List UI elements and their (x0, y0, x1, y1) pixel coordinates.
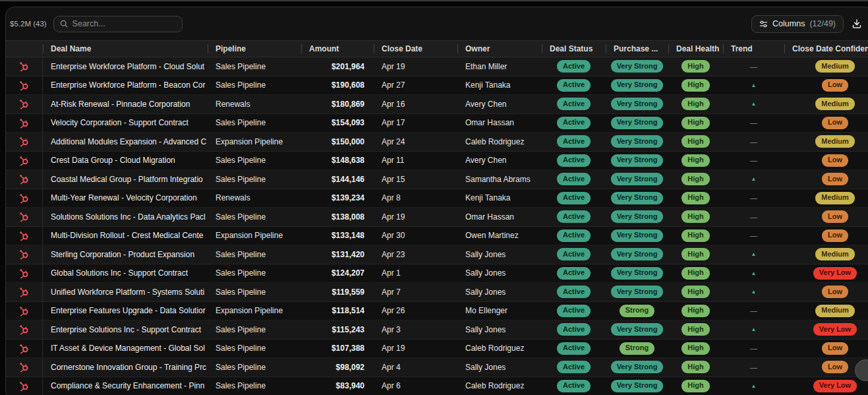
deal-name-cell[interactable]: Velocity Corporation - Support Contract (43, 114, 208, 133)
hubspot-sprocket-icon[interactable] (18, 268, 30, 279)
hubspot-sprocket-icon[interactable] (18, 324, 30, 335)
column-header-deal-name[interactable]: Deal Name (43, 41, 208, 57)
trend-cell: — (723, 302, 784, 320)
table-row[interactable]: IT Asset & Device Management - Global So… (6, 340, 868, 359)
deal-status-cell: Active (542, 302, 606, 320)
deal-name-cell[interactable]: Crest Data Group - Cloud Migration (43, 152, 208, 170)
trend-cell: ▲ (723, 245, 784, 264)
deal-name-cell[interactable]: Global Solutions Inc - Support Contract (43, 264, 208, 283)
deal-name-cell[interactable]: At-Risk Renewal - Pinnacle Corporation (43, 95, 208, 113)
deal-status-cell: Active (542, 358, 606, 377)
hubspot-record-cell (6, 189, 43, 208)
hubspot-sprocket-icon[interactable] (18, 117, 30, 129)
hubspot-sprocket-icon[interactable] (18, 211, 30, 222)
deal-name-cell[interactable]: Enterprise Features Upgrade - Data Solut… (43, 302, 208, 320)
close-date-cell: Apr 1 (374, 264, 457, 283)
search-text-field[interactable] (72, 19, 176, 28)
column-header-close-date[interactable]: Close Date (374, 41, 457, 57)
search-input[interactable] (53, 16, 183, 32)
hubspot-sprocket-icon[interactable] (18, 249, 30, 260)
trend-cell: — (723, 152, 784, 170)
deal-name-cell[interactable]: IT Asset & Device Management - Global So… (43, 340, 208, 358)
trend-cell: ▲ (723, 95, 784, 113)
hubspot-sprocket-icon[interactable] (18, 305, 30, 317)
hubspot-sprocket-icon[interactable] (18, 380, 30, 392)
hubspot-sprocket-icon[interactable] (18, 193, 30, 204)
table-row[interactable]: Global Solutions Inc - Support Contract … (6, 264, 868, 284)
table-row[interactable]: Coastal Medical Group - Platform Integra… (6, 170, 868, 189)
hubspot-sprocket-icon[interactable] (18, 230, 30, 241)
trend-icon: — (750, 213, 757, 221)
table-row[interactable]: Sterling Corporation - Product Expansion… (6, 245, 868, 264)
deal-status-cell: Active (542, 245, 606, 264)
deal-name-cell[interactable]: Cornerstone Innovation Group - Training … (43, 358, 208, 377)
deal-name-cell[interactable]: Sterling Corporation - Product Expansion (43, 245, 208, 264)
column-header-purchase[interactable]: Purchase ... (606, 41, 668, 57)
table-row[interactable]: Multi-Year Renewal - Velocity Corporatio… (6, 189, 868, 208)
table-row[interactable]: At-Risk Renewal - Pinnacle Corporation R… (6, 95, 868, 114)
close-date-cell: Apr 3 (374, 320, 457, 339)
table-row[interactable]: Additional Modules Expansion - Advanced … (6, 133, 868, 152)
deal-name-cell[interactable]: Enterprise Workforce Platform - Cloud So… (43, 57, 208, 76)
confidence-cell: Medium (784, 95, 868, 113)
deal-status-cell: Active (542, 340, 606, 358)
deal-name-cell[interactable]: Additional Modules Expansion - Advanced … (43, 133, 208, 151)
hubspot-sprocket-icon[interactable] (18, 361, 30, 373)
table-row[interactable]: Multi-Division Rollout - Crest Medical C… (6, 227, 868, 246)
hubspot-sprocket-icon[interactable] (18, 136, 30, 147)
deal-status-badge: Active (557, 305, 591, 317)
owner-cell: Mo Ellenger (457, 302, 542, 320)
deal-name-cell[interactable]: Compliance & Security Enhancement - Pinn (43, 377, 208, 395)
close-date-cell: Apr 17 (374, 114, 457, 133)
hubspot-sprocket-icon[interactable] (18, 98, 30, 109)
close-date-cell: Apr 26 (374, 302, 457, 320)
close-date-cell: Apr 24 (374, 133, 457, 151)
deal-name-cell[interactable]: Multi-Year Renewal - Velocity Corporatio… (43, 189, 208, 208)
table-row[interactable]: Enterprise Workforce Platform - Cloud So… (6, 57, 868, 76)
column-header-close-date-confidence[interactable]: Close Date Confidence (784, 41, 868, 57)
table-row[interactable]: Enterprise Solutions Inc - Support Contr… (6, 320, 868, 340)
deal-status-cell: Active (542, 76, 606, 95)
hubspot-sprocket-icon[interactable] (18, 80, 30, 91)
deal-name-cell[interactable]: Unified Workforce Platform - Systems Sol… (43, 283, 208, 301)
column-header-pipeline[interactable]: Pipeline (208, 41, 301, 57)
table-row[interactable]: Crest Data Group - Cloud Migration Sales… (6, 152, 868, 171)
column-header-deal-status[interactable]: Deal Status (542, 41, 606, 57)
deal-name-cell[interactable]: Enterprise Solutions Inc - Support Contr… (43, 320, 208, 339)
owner-cell: Kenji Tanaka (457, 76, 542, 95)
columns-button[interactable]: Columns (12/49) (751, 15, 844, 33)
hubspot-sprocket-icon[interactable] (18, 155, 30, 166)
trend-cell: ▲ (723, 264, 784, 283)
hubspot-sprocket-icon[interactable] (18, 343, 30, 354)
table-row[interactable]: Unified Workforce Platform - Systems Sol… (6, 283, 868, 302)
column-header-amount[interactable]: Amount (301, 41, 374, 57)
table-row[interactable]: Enterprise Features Upgrade - Data Solut… (6, 302, 868, 321)
column-header-deal-health[interactable]: Deal Health (668, 41, 723, 57)
pipeline-cell: Sales Pipeline (208, 114, 301, 133)
deal-name-cell[interactable]: Solutions Solutions Inc - Data Analytics… (43, 208, 208, 226)
table-row[interactable]: Solutions Solutions Inc - Data Analytics… (6, 208, 868, 227)
hubspot-sprocket-icon[interactable] (18, 61, 30, 72)
table-row[interactable]: Cornerstone Innovation Group - Training … (6, 358, 868, 377)
column-header-trend[interactable]: Trend (723, 41, 784, 57)
deal-name-cell[interactable]: Coastal Medical Group - Platform Integra… (43, 170, 208, 189)
trend-cell: — (723, 133, 784, 151)
table-row[interactable]: Enterprise Workforce Platform - Beacon C… (6, 76, 868, 96)
owner-cell: Sally Jones (457, 320, 542, 339)
owner-cell: Sally Jones (457, 245, 542, 264)
deal-status-badge: Active (557, 192, 591, 204)
deal-health-badge: High (681, 192, 709, 204)
deal-name-cell[interactable]: Enterprise Workforce Platform - Beacon C… (43, 76, 208, 95)
hubspot-sprocket-icon[interactable] (18, 286, 30, 297)
hubspot-record-cell (6, 133, 43, 151)
deal-health-badge: High (681, 79, 709, 92)
hubspot-sprocket-icon[interactable] (18, 173, 30, 185)
trend-cell: — (723, 189, 784, 208)
table-row[interactable]: Velocity Corporation - Support Contract … (6, 114, 868, 133)
column-header-owner[interactable]: Owner (457, 41, 542, 57)
deal-name-cell[interactable]: Multi-Division Rollout - Crest Medical C… (43, 227, 208, 245)
download-button[interactable] (850, 17, 863, 30)
confidence-cell: Medium (784, 245, 868, 264)
table-row[interactable]: Compliance & Security Enhancement - Pinn… (6, 377, 868, 395)
deal-status-cell: Active (542, 320, 606, 339)
